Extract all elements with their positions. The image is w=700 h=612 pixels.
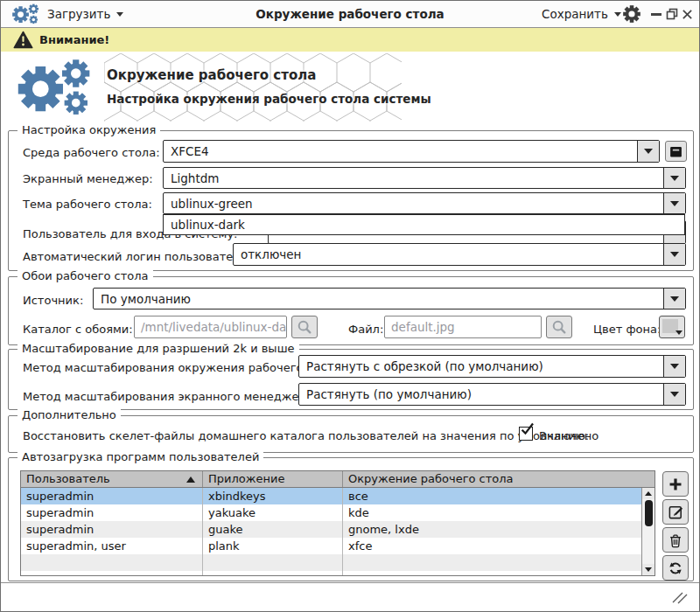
display-manager-select[interactable]: Lightdm xyxy=(163,167,686,189)
auto-login-select[interactable]: отключен xyxy=(233,243,686,266)
table-row[interactable]: superadmin yakuake kde xyxy=(21,504,641,521)
chevron-down-icon xyxy=(614,12,621,17)
edit-pencil-icon xyxy=(668,504,684,520)
app-window: Загрузить Окружение рабочего стола Сохра… xyxy=(0,0,700,612)
chevron-down-icon[interactable] xyxy=(663,289,685,309)
wallpaper-dir-input[interactable]: /mnt/livedata/ublinux-data/b xyxy=(134,316,287,338)
settings-gear-icon[interactable] xyxy=(623,5,640,23)
scroll-up-button[interactable] xyxy=(642,488,654,499)
wallpaper-dir-label: Каталог с обоями: xyxy=(23,322,133,337)
hero-gears-icon xyxy=(17,59,95,115)
table-row[interactable]: superadmin guake gnome, lxde xyxy=(21,521,641,538)
delete-entry-button[interactable] xyxy=(662,527,689,553)
wallpaper-file-input[interactable]: default.jpg xyxy=(384,316,542,338)
warning-banner: Внимание! xyxy=(1,28,699,52)
warning-triangle-icon xyxy=(13,31,33,49)
add-entry-button[interactable] xyxy=(662,471,689,497)
save-menu-button[interactable]: Сохранить xyxy=(542,5,621,23)
scaling-dm-select[interactable]: Растянуть (по умолчанию) xyxy=(298,383,686,406)
scrollbar-thumb[interactable] xyxy=(645,500,653,526)
plus-icon xyxy=(668,476,683,492)
save-menu-label: Сохранить xyxy=(542,7,608,21)
titlebar: Загрузить Окружение рабочего стола Сохра… xyxy=(1,1,699,28)
browse-file-button[interactable] xyxy=(546,316,572,338)
sort-ascending-icon xyxy=(186,476,195,483)
group-environment-title: Настройка окружения xyxy=(18,123,160,136)
install-package-button[interactable] xyxy=(665,141,687,162)
scaling-desktop-label: Метод масштабирования окружения рабочего… xyxy=(23,360,345,376)
wallpaper-file-label: Файл: xyxy=(348,322,383,337)
autostart-table: Пользователь Приложение Окружение рабоче… xyxy=(20,470,655,576)
chevron-down-icon[interactable] xyxy=(663,356,685,377)
minimize-button[interactable] xyxy=(650,8,662,20)
theme-dropdown-option[interactable]: ublinux-dark xyxy=(164,215,684,234)
table-scrollbar[interactable] xyxy=(641,488,654,575)
chevron-down-icon[interactable] xyxy=(637,141,659,162)
scaling-desktop-select[interactable]: Растянуть с обрезкой (по умолчанию) xyxy=(298,355,686,378)
desktop-env-label: Среда рабочего стола: xyxy=(23,145,160,161)
group-scaling-title: Масштабирование для разршений 2k и выше xyxy=(18,342,299,355)
scaling-dm-label: Метод масштабирования экранного менеджер… xyxy=(23,389,317,405)
chevron-down-icon[interactable] xyxy=(663,384,685,405)
group-autostart-title: Автозагрузка программ пользователей xyxy=(18,450,263,463)
table-row[interactable]: superadmin, user plank xfce xyxy=(21,538,641,554)
trash-icon xyxy=(668,532,683,548)
close-icon xyxy=(682,9,693,20)
edit-entry-button[interactable] xyxy=(662,499,689,525)
skel-restore-label: Восстановить скелет-файлы домашнего ката… xyxy=(23,428,589,444)
desktop-env-select[interactable]: XFCE4 xyxy=(163,140,660,163)
group-extra-title: Дополнительно xyxy=(18,408,121,421)
table-row[interactable] xyxy=(21,571,641,575)
magnifier-icon xyxy=(297,319,312,335)
chevron-down-icon xyxy=(676,330,682,335)
column-header-app[interactable]: Приложение xyxy=(203,471,343,487)
group-wallpaper-title: Обои рабочего стола xyxy=(18,269,153,282)
maximize-button[interactable] xyxy=(666,8,678,20)
refresh-button[interactable] xyxy=(662,555,689,581)
page-title: Окружение рабочего стола xyxy=(107,67,316,83)
chevron-down-icon[interactable] xyxy=(663,168,685,188)
wallpaper-source-label: Источник: xyxy=(23,293,83,309)
column-header-user[interactable]: Пользователь xyxy=(21,471,203,487)
warning-text: Внимание! xyxy=(39,33,109,46)
wallpaper-source-select[interactable]: По умолчанию xyxy=(93,288,686,309)
archive-box-icon xyxy=(668,144,683,159)
table-row[interactable] xyxy=(21,554,641,571)
chevron-down-icon[interactable] xyxy=(663,244,685,265)
table-body: superadmin xbindkeys все superadmin yaku… xyxy=(21,488,641,575)
display-manager-label: Экранный менеджер: xyxy=(23,171,153,187)
theme-label: Тема рабочего стола: xyxy=(23,197,152,212)
auto-login-label: Автоматический логин пользователя: xyxy=(23,249,251,265)
theme-select[interactable]: ublinux-green xyxy=(163,192,686,214)
magnifier-icon xyxy=(551,319,567,335)
table-header: Пользователь Приложение Окружение рабоче… xyxy=(21,471,654,488)
restore-icon xyxy=(666,8,678,20)
table-row[interactable]: superadmin xbindkeys все xyxy=(21,488,641,504)
chevron-down-icon[interactable] xyxy=(663,193,685,213)
page-subtitle: Настройка окружения рабочего стола систе… xyxy=(107,92,431,106)
skel-checkbox-label: Включено xyxy=(539,428,598,444)
close-button[interactable] xyxy=(681,8,693,20)
minimize-icon xyxy=(651,13,662,16)
column-header-env[interactable]: Окружение рабочего стола xyxy=(343,471,654,487)
bg-color-label: Цвет фона: xyxy=(593,322,661,337)
browse-directory-button[interactable] xyxy=(291,316,318,338)
status-bar xyxy=(1,582,699,611)
scroll-down-button[interactable] xyxy=(642,564,654,575)
resize-grip[interactable] xyxy=(671,590,689,605)
refresh-icon xyxy=(668,560,683,576)
checkmark-icon xyxy=(519,421,536,437)
theme-dropdown-list: ublinux-dark xyxy=(163,214,685,235)
bg-color-picker-button[interactable] xyxy=(659,316,685,338)
hexagon-pattern xyxy=(104,53,402,122)
